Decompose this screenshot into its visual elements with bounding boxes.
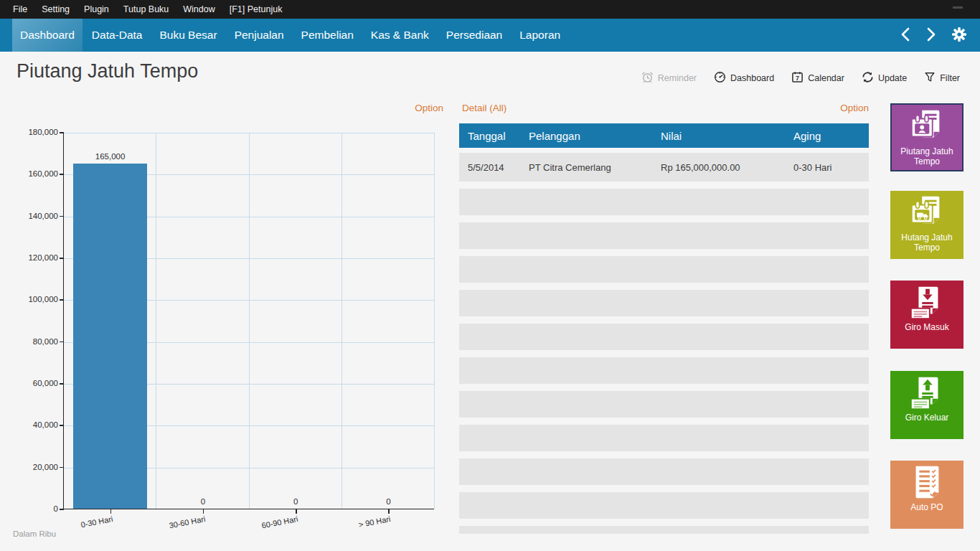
x-axis-tick (388, 509, 390, 514)
table-empty-row (459, 391, 869, 418)
shortcut-sidebar: Piutang Jatuh TempoHutang Jatuh TempoGir… (890, 103, 963, 530)
chart-y-tick-label: 100,000 (0, 295, 58, 303)
table-empty-row (459, 256, 869, 283)
chart-bar-0-30-hari (73, 164, 147, 509)
table-row[interactable]: 5/5/2014PT Citra CemerlangRp 165,000,000… (459, 153, 869, 182)
shortcut-auto-po-button[interactable]: Auto PO (890, 461, 963, 529)
nav-tab-laporan[interactable]: Laporan (512, 19, 568, 52)
nav-tab-buku-besar[interactable]: Buku Besar (151, 19, 225, 52)
y-axis-tick (60, 258, 64, 259)
page-toolbar: ReminderDashboard7CalendarUpdateFilter (641, 71, 960, 85)
y-axis-tick (60, 509, 64, 510)
gauge-icon (714, 71, 726, 85)
v-gridline (249, 133, 250, 509)
header-cell-tanggal: Tanggal (459, 130, 520, 142)
x-axis-tick (203, 509, 204, 514)
toolbar-button-label: Update (878, 73, 907, 83)
table-empty-row (459, 324, 869, 350)
table-empty-row (459, 189, 869, 215)
shortcut-label: Giro Keluar (892, 413, 962, 423)
nav-tab-data-data[interactable]: Data-Data (84, 19, 151, 52)
v-gridline (434, 133, 435, 509)
table-empty-row (459, 492, 869, 519)
menubar-item-file[interactable]: File (10, 4, 30, 14)
chart-y-tick-label: 0 (0, 504, 58, 513)
toolbar-button-label: Reminder (658, 73, 697, 83)
shortcut-giro-masuk-button[interactable]: Giro Masuk (890, 281, 963, 349)
outgoing-giro-icon (908, 374, 946, 413)
payable-due-icon (908, 194, 946, 232)
table-empty-row (459, 425, 869, 451)
page-title: Piutang Jatuh Tempo (17, 60, 198, 83)
y-axis-tick (60, 425, 64, 426)
nav-prev-button[interactable] (898, 25, 913, 46)
refresh-icon (862, 71, 874, 85)
y-axis-tick (60, 467, 64, 468)
calendar-icon: 7 (791, 71, 804, 85)
table-empty-row (459, 222, 869, 249)
chart-y-tick-label: 180,000 (0, 128, 58, 136)
filter-button[interactable]: Filter (924, 71, 960, 85)
chart-y-tick-label: 160,000 (0, 169, 58, 178)
shortcut-label: Giro Masuk (892, 322, 962, 332)
toolbar-button-label: Filter (940, 73, 960, 83)
table-cell: Rp 165,000,000.00 (652, 162, 785, 173)
table-empty-row (459, 458, 869, 485)
menubar-item-plugin[interactable]: Plugin (81, 4, 112, 14)
shortcut-label: Auto PO (892, 502, 962, 512)
y-axis-tick (60, 342, 64, 343)
chart-value-label: 0 (256, 497, 335, 506)
chart-x-tick-label: 60-90 Hari (241, 514, 299, 534)
settings-gear-button[interactable] (950, 25, 969, 46)
update-button[interactable]: Update (862, 71, 907, 85)
header-cell-aging: Aging (785, 130, 869, 142)
chart-value-label: 0 (349, 497, 428, 506)
table-empty-row (459, 290, 869, 316)
nav-tab-persediaan[interactable]: Persediaan (438, 19, 510, 52)
detail-option-link[interactable]: Option (840, 103, 869, 113)
shortcut-piutang-jatuh-tempo-button[interactable]: Piutang Jatuh Tempo (890, 103, 963, 171)
y-axis-tick (60, 216, 64, 217)
x-axis-tick (110, 509, 112, 514)
nav-tab-pembelian[interactable]: Pembelian (293, 19, 362, 52)
aging-chart-panel: Option 020,00040,00060,00080,000100,0001… (0, 100, 453, 551)
chart-unit-note: Dalam Ribu (13, 529, 56, 538)
chart-option-link[interactable]: Option (415, 103, 443, 113)
v-gridline (341, 133, 342, 509)
alarm-clock-icon (641, 71, 654, 85)
shortcut-hutang-jatuh-tempo-button[interactable]: Hutang Jatuh Tempo (890, 191, 963, 259)
filter-icon (924, 71, 936, 85)
chart-y-tick-label: 20,000 (0, 463, 58, 471)
nav-tab-penjualan[interactable]: Penjualan (227, 19, 292, 52)
table-cell: 0-30 Hari (785, 162, 869, 173)
calendar-button[interactable]: 7Calendar (791, 71, 844, 85)
dashboard-button[interactable]: Dashboard (714, 71, 774, 85)
menubar-item-window[interactable]: Window (180, 4, 217, 14)
chart-x-tick-label: > 90 Hari (334, 514, 392, 534)
receivable-due-icon (908, 108, 946, 146)
chevron-right-icon (925, 27, 937, 44)
chart-y-tick-label: 140,000 (0, 212, 58, 220)
aging-bar-chart: 020,00040,00060,00080,000100,000120,0001… (63, 133, 434, 509)
menubar-item-f1-petunjuk[interactable]: [F1] Petunjuk (227, 4, 286, 14)
chart-y-tick-label: 80,000 (0, 337, 58, 346)
reminder-button[interactable]: Reminder (641, 71, 697, 85)
chart-x-tick-label: 30-60 Hari (148, 514, 206, 534)
chart-y-tick-label: 40,000 (0, 420, 58, 429)
nav-tab-kas-bank[interactable]: Kas & Bank (363, 19, 437, 52)
x-axis-tick (296, 509, 297, 514)
table-empty-row (459, 526, 869, 534)
detail-panel: Detail (All) Option TanggalPelangganNila… (459, 100, 869, 534)
table-header-row: TanggalPelangganNilaiAging (459, 123, 869, 148)
menubar-item-tutup-buku[interactable]: Tutup Buku (121, 4, 171, 14)
chart-y-tick-label: 60,000 (0, 379, 58, 387)
minimize-button[interactable] (953, 6, 963, 9)
svg-text:7: 7 (796, 75, 799, 82)
shortcut-giro-keluar-button[interactable]: Giro Keluar (890, 371, 963, 439)
nav-tab-dashboard[interactable]: Dashboard (12, 19, 83, 52)
y-axis-tick (60, 299, 64, 301)
y-axis-tick (60, 174, 64, 175)
detail-title-link[interactable]: Detail (All) (462, 103, 507, 113)
menubar-item-setting[interactable]: Setting (39, 4, 72, 14)
nav-next-button[interactable] (924, 25, 938, 46)
